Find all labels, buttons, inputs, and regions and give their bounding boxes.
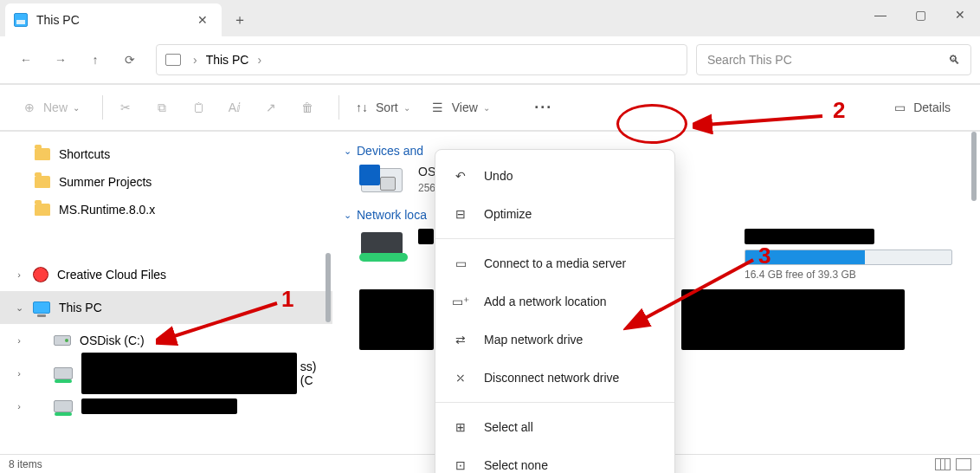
redacted-label [81, 398, 237, 414]
redacted-label [745, 229, 874, 244]
address-bar-row: ← → ↑ ⟳ › This PC › Search This PC 🔍︎ [0, 36, 980, 83]
delete-icon: 🗑︎ [299, 99, 316, 116]
chevron-down-icon: ⌄ [483, 103, 490, 113]
redacted-thumbnail [681, 289, 905, 350]
sidebar-item-shortcuts[interactable]: Shortcuts [0, 140, 332, 168]
search-placeholder: Search This PC [707, 53, 792, 67]
menu-item-undo[interactable]: ↶ Undo [435, 157, 674, 195]
details-pane-button[interactable]: ▭ Details [886, 94, 956, 121]
chevron-right-icon[interactable]: › [248, 53, 270, 67]
maximize-button[interactable]: ▢ [900, 0, 940, 29]
share-button[interactable]: ↗ [257, 94, 285, 121]
sidebar-item-netdrive-2[interactable]: › [0, 390, 332, 423]
sidebar-scrollbar[interactable] [326, 253, 331, 322]
network-drive-icon [54, 400, 73, 412]
tab-close-button[interactable]: ✕ [190, 10, 215, 30]
share-icon: ↗ [262, 99, 280, 116]
more-button[interactable]: ··· [530, 94, 558, 121]
view-details-button[interactable] [935, 458, 951, 470]
menu-item-select-all[interactable]: ⊞ Select all [435, 408, 674, 446]
drive-icon [359, 165, 408, 199]
pc-icon [165, 54, 181, 66]
delete-button[interactable]: 🗑︎ [293, 94, 321, 121]
sidebar-item-creative-cloud[interactable]: › Creative Cloud Files [0, 258, 332, 291]
drive-capacity-block [681, 289, 906, 350]
menu-item-map-network-drive[interactable]: ⇄ Map network drive [435, 321, 674, 359]
menu-item-label: Disconnect network drive [484, 371, 619, 385]
redacted-label [81, 353, 297, 394]
group-label: Network loca [357, 208, 427, 222]
sidebar-item-label: OSDisk (C:) [80, 334, 145, 347]
menu-item-label: Map network drive [484, 333, 583, 347]
new-button[interactable]: ⊕ New ⌄ [16, 94, 85, 121]
view-label: View [452, 100, 478, 114]
menu-item-label: Add a network location [484, 295, 607, 308]
menu-item-media-server[interactable]: ▭ Connect to a media server [435, 244, 674, 282]
select-all-icon: ⊞ [451, 418, 470, 437]
new-label: New [43, 100, 68, 114]
expand-icon[interactable]: › [12, 368, 26, 379]
capacity-text: 16.4 GB free of 39.3 GB [745, 269, 970, 281]
details-label: Details [913, 100, 951, 114]
menu-item-label: Undo [484, 169, 513, 183]
close-window-button[interactable]: ✕ [940, 0, 980, 29]
redacted-label [418, 229, 434, 244]
sidebar-item-label: Summer Projects [59, 175, 152, 189]
tab-title: This PC [36, 13, 190, 27]
sidebar-item-label: ss) (C [300, 360, 332, 387]
sidebar-item-summer-projects[interactable]: Summer Projects [0, 168, 332, 196]
title-bar: This PC ✕ ＋ — ▢ ✕ [0, 0, 980, 36]
new-tab-button[interactable]: ＋ [225, 5, 255, 35]
breadcrumb-location[interactable]: This PC [206, 53, 249, 67]
sidebar-item-this-pc[interactable]: ⌄ This PC [0, 291, 332, 324]
window-controls: — ▢ ✕ [861, 0, 980, 29]
collapse-icon[interactable]: ⌄ [12, 302, 26, 314]
more-icon: ··· [535, 99, 552, 116]
toolbar-divider [338, 95, 339, 120]
more-context-menu: ↶ Undo ⊟ Optimize ▭ Connect to a media s… [435, 149, 675, 473]
expand-icon[interactable]: › [12, 401, 26, 411]
minimize-button[interactable]: — [861, 0, 900, 29]
chevron-down-icon: ⌄ [73, 103, 80, 113]
sidebar-item-netdrive[interactable]: › ss) (C [0, 357, 332, 390]
search-icon[interactable]: 🔍︎ [948, 53, 960, 67]
folder-icon [35, 176, 50, 188]
up-button[interactable]: ↑ [78, 42, 113, 77]
chevron-down-icon: ⌄ [403, 103, 410, 113]
sort-icon: ↑↓ [353, 99, 371, 116]
forward-button[interactable]: → [43, 42, 78, 77]
expand-icon[interactable]: › [12, 335, 26, 346]
search-input[interactable]: Search This PC 🔍︎ [696, 44, 971, 75]
drive-capacity-block: 16.4 GB free of 39.3 GB [745, 229, 970, 281]
sidebar-gap [0, 224, 332, 258]
folder-icon [35, 148, 50, 160]
menu-item-optimize[interactable]: ⊟ Optimize [435, 195, 674, 233]
command-toolbar: ⊕ New ⌄ ✂ ⧉ 📋︎ Aⅈ ↗ 🗑︎ ↑↓ Sort ⌄ ☰ View … [0, 83, 980, 132]
view-button[interactable]: ☰ View ⌄ [424, 94, 495, 121]
expand-icon[interactable]: › [12, 269, 26, 280]
refresh-button[interactable]: ⟳ [113, 42, 147, 77]
menu-item-add-network-location[interactable]: ▭⁺ Add a network location [435, 282, 674, 321]
drive-icon [54, 335, 71, 346]
copy-button[interactable]: ⧉ [148, 94, 176, 121]
navigation-sidebar: Shortcuts Summer Projects MS.Runtime.8.0… [0, 132, 333, 454]
cut-button[interactable]: ✂ [112, 94, 139, 121]
menu-divider [435, 238, 674, 239]
rename-button[interactable]: Aⅈ [221, 94, 248, 121]
content-scrollbar[interactable] [971, 132, 977, 201]
rename-icon: Aⅈ [226, 99, 243, 116]
chevron-down-icon: ⌄ [344, 146, 351, 157]
chevron-down-icon: ⌄ [344, 210, 351, 221]
sort-button[interactable]: ↑↓ Sort ⌄ [348, 94, 416, 121]
new-icon: ⊕ [21, 99, 38, 116]
breadcrumb-bar[interactable]: › This PC › [156, 44, 687, 75]
back-button[interactable]: ← [9, 42, 43, 77]
sort-label: Sort [376, 100, 398, 114]
paste-button[interactable]: 📋︎ [184, 94, 212, 121]
menu-item-select-none[interactable]: ⊡ Select none [435, 446, 674, 473]
menu-item-label: Optimize [484, 207, 532, 221]
sidebar-item-ms-runtime[interactable]: MS.Runtime.8.0.x [0, 196, 332, 224]
tab-this-pc[interactable]: This PC ✕ [5, 3, 222, 36]
menu-item-disconnect-network-drive[interactable]: ⤫ Disconnect network drive [435, 359, 674, 397]
view-large-button[interactable] [956, 458, 971, 470]
